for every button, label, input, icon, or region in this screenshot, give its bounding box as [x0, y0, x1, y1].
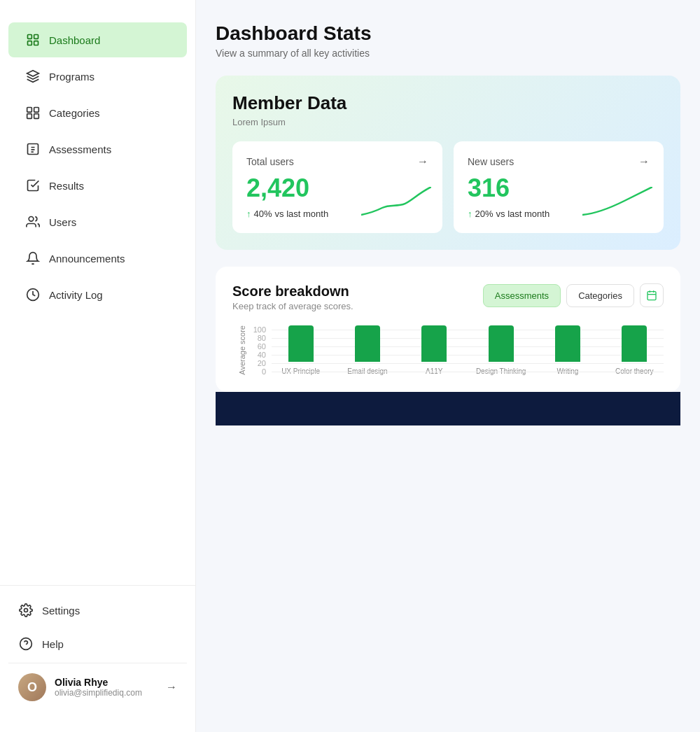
svg-rect-1 — [34, 35, 38, 39]
chart-area: 100 80 60 40 20 0 UX PrincipleEmail desi… — [246, 325, 664, 375]
bar — [421, 325, 447, 362]
bar-group — [472, 325, 530, 362]
sidebar-item-activity-log[interactable]: Activity Log — [8, 277, 187, 312]
sidebar-bottom-nav: Settings Help O Olivia Rhye olivia@simpl… — [0, 585, 195, 718]
sidebar-item-dashboard-label: Dashboard — [49, 34, 100, 46]
activity-log-icon — [25, 287, 41, 302]
categories-icon — [25, 105, 41, 120]
bar-group — [272, 325, 330, 362]
bar — [622, 325, 647, 362]
sidebar-item-results-label: Results — [49, 180, 84, 192]
sidebar-item-assessments[interactable]: Assessments — [8, 132, 187, 167]
new-users-arrow[interactable]: → — [638, 155, 650, 168]
dashboard-icon — [25, 32, 41, 48]
page-subtitle: View a summary of all key activities — [216, 48, 680, 59]
tab-assessments[interactable]: Assessments — [483, 284, 561, 307]
announcements-icon — [25, 251, 41, 266]
y-axis-label: Average score — [232, 325, 246, 375]
footer-bar — [216, 392, 680, 425]
score-subtitle: Keep track of average scores. — [232, 301, 354, 311]
grid-line: 0 — [246, 367, 664, 376]
bar-group — [538, 325, 596, 362]
tab-categories[interactable]: Categories — [566, 284, 634, 307]
total-users-sparkline — [361, 187, 431, 222]
score-title: Score breakdown — [232, 283, 354, 300]
logout-icon[interactable]: → — [166, 681, 177, 694]
sidebar-item-announcements-label: Announcements — [49, 253, 125, 265]
sidebar-item-announcements[interactable]: Announcements — [8, 241, 187, 276]
svg-rect-0 — [28, 35, 32, 39]
sidebar-item-programs[interactable]: Programs — [8, 59, 187, 94]
main-content: Dashboard Stats View a summary of all ke… — [196, 0, 700, 732]
member-data-section: Member Data Lorem Ipsum Total users → 2,… — [216, 76, 680, 250]
calendar-icon[interactable] — [640, 283, 664, 307]
sidebar-item-settings-label: Settings — [42, 605, 80, 617]
avatar: O — [18, 673, 46, 701]
total-users-arrow[interactable]: → — [417, 155, 428, 168]
page-title: Dashboard Stats — [216, 22, 680, 45]
sidebar-item-categories-label: Categories — [49, 107, 100, 119]
sidebar-item-users[interactable]: Users — [8, 204, 187, 239]
svg-rect-15 — [648, 292, 656, 300]
sidebar-item-help[interactable]: Help — [8, 628, 187, 660]
sidebar-item-users-label: Users — [49, 216, 76, 228]
sidebar: Dashboard Programs Categories Assessment… — [0, 0, 196, 732]
svg-point-10 — [29, 217, 34, 222]
score-header: Score breakdown Keep track of average sc… — [232, 283, 664, 311]
sidebar-item-activity-log-label: Activity Log — [49, 289, 103, 301]
assessments-icon — [25, 141, 41, 157]
sidebar-item-help-label: Help — [42, 638, 64, 650]
svg-rect-6 — [34, 108, 39, 113]
svg-point-12 — [24, 609, 28, 612]
bar — [355, 325, 380, 362]
svg-marker-4 — [27, 71, 39, 76]
score-tabs: Assessments Categories — [483, 283, 664, 307]
sidebar-item-settings[interactable]: Settings — [8, 594, 187, 626]
member-data-subtitle: Lorem Ipsum — [232, 117, 664, 127]
sidebar-item-results[interactable]: Results — [8, 168, 187, 203]
bar — [489, 325, 514, 362]
chart-grid: 100 80 60 40 20 0 — [246, 325, 664, 362]
sidebar-nav: Dashboard Programs Categories Assessment… — [0, 14, 195, 585]
users-icon — [25, 214, 41, 230]
user-name: Olivia Rhye — [55, 677, 158, 688]
bar-chart: Average score 100 80 60 40 20 0 UX Princ… — [232, 325, 664, 375]
programs-icon — [25, 69, 41, 84]
bar-group — [606, 325, 664, 362]
user-info: Olivia Rhye olivia@simplifiediq.com — [55, 677, 158, 698]
bar-group — [338, 325, 396, 362]
bar — [288, 325, 314, 362]
svg-rect-3 — [34, 41, 38, 45]
svg-rect-7 — [27, 114, 32, 119]
member-data-title: Member Data — [232, 92, 664, 114]
sidebar-item-categories[interactable]: Categories — [8, 95, 187, 130]
svg-rect-5 — [27, 108, 32, 113]
results-icon — [25, 178, 41, 193]
sidebar-item-dashboard[interactable]: Dashboard — [8, 22, 187, 57]
sidebar-item-assessments-label: Assessments — [49, 143, 111, 155]
new-users-sparkline — [582, 187, 652, 222]
bar — [555, 325, 580, 362]
user-email: olivia@simplifiediq.com — [55, 688, 158, 698]
user-profile: O Olivia Rhye olivia@simplifiediq.com → — [8, 663, 187, 711]
svg-rect-2 — [28, 41, 32, 45]
total-users-card: Total users → 2,420 ↑ 40% vs last month — [232, 141, 442, 233]
sidebar-item-programs-label: Programs — [49, 71, 94, 83]
settings-icon — [18, 603, 34, 618]
help-icon — [18, 636, 34, 652]
bar-group — [405, 325, 463, 362]
svg-rect-8 — [34, 114, 39, 119]
new-users-label: New users → — [468, 155, 650, 168]
score-breakdown-section: Score breakdown Keep track of average sc… — [216, 267, 680, 392]
bars-container — [272, 325, 664, 362]
score-header-text: Score breakdown Keep track of average sc… — [232, 283, 354, 311]
stat-cards: Total users → 2,420 ↑ 40% vs last month … — [232, 141, 664, 233]
new-users-card: New users → 316 ↑ 20% vs last month — [454, 141, 664, 233]
total-users-label: Total users → — [246, 155, 428, 168]
